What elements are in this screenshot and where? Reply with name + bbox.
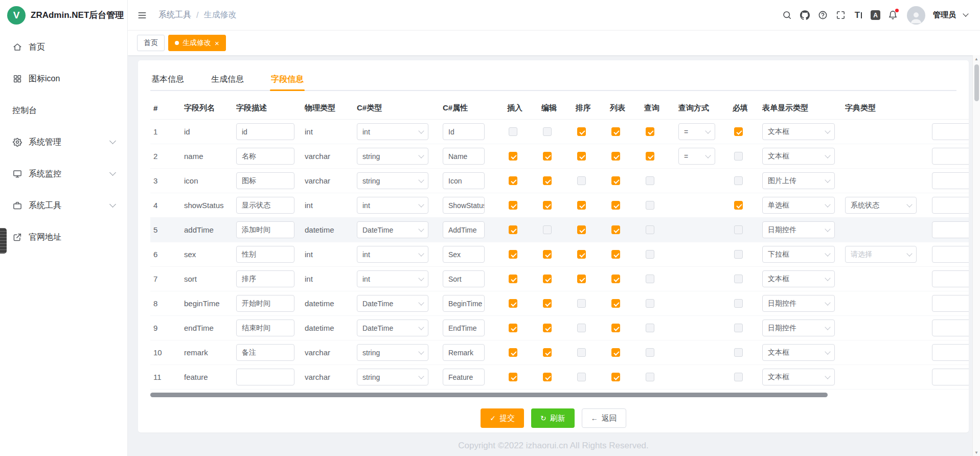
extra-input[interactable] bbox=[932, 246, 969, 263]
display-type-select[interactable]: 日期控件 bbox=[762, 221, 835, 238]
sidebar-item-website[interactable]: 官网地址 bbox=[0, 221, 127, 253]
github-icon[interactable] bbox=[799, 10, 810, 21]
display-type-select[interactable]: 日期控件 bbox=[762, 320, 835, 336]
cs-prop-input[interactable]: EndTime bbox=[443, 320, 485, 336]
tab-generate-info[interactable]: 生成信息 bbox=[210, 71, 245, 90]
insert-checkbox[interactable] bbox=[509, 348, 517, 357]
required-checkbox[interactable] bbox=[734, 299, 743, 308]
display-type-select[interactable]: 文本框 bbox=[762, 148, 835, 165]
field-desc-input[interactable]: 名称 bbox=[236, 148, 294, 165]
display-type-select[interactable]: 文本框 bbox=[762, 369, 835, 385]
insert-checkbox[interactable] bbox=[509, 373, 517, 381]
insert-checkbox[interactable] bbox=[509, 201, 517, 210]
edit-checkbox[interactable] bbox=[543, 250, 552, 259]
field-desc-input[interactable]: 图标 bbox=[236, 172, 294, 189]
list-checkbox[interactable] bbox=[611, 373, 620, 381]
extra-input[interactable] bbox=[932, 123, 969, 140]
display-type-select[interactable]: 文本框 bbox=[762, 344, 835, 361]
required-checkbox[interactable] bbox=[734, 152, 743, 161]
extra-input[interactable] bbox=[932, 148, 969, 165]
back-button[interactable]: ← 返回 bbox=[582, 408, 626, 428]
field-desc-input[interactable]: 添加时间 bbox=[236, 221, 294, 238]
query-checkbox[interactable] bbox=[646, 348, 654, 357]
required-checkbox[interactable] bbox=[734, 275, 743, 283]
list-checkbox[interactable] bbox=[611, 299, 620, 308]
cs-prop-input[interactable]: Remark bbox=[443, 344, 485, 361]
cs-type-select[interactable]: int bbox=[357, 270, 428, 287]
cs-type-select[interactable]: int bbox=[357, 197, 428, 214]
extra-input[interactable] bbox=[932, 221, 969, 238]
list-checkbox[interactable] bbox=[611, 348, 620, 357]
insert-checkbox[interactable] bbox=[509, 152, 517, 161]
edit-checkbox[interactable] bbox=[543, 373, 552, 381]
edit-checkbox[interactable] bbox=[543, 299, 552, 308]
sort-checkbox[interactable] bbox=[577, 127, 586, 136]
cs-prop-input[interactable]: Feature bbox=[443, 369, 485, 385]
cs-type-select[interactable]: string bbox=[357, 172, 428, 189]
breadcrumb-parent[interactable]: 系统工具 bbox=[158, 10, 191, 20]
font-size-icon[interactable]: T bbox=[853, 10, 864, 21]
insert-checkbox[interactable] bbox=[509, 176, 517, 185]
sidebar-collapse-icon[interactable] bbox=[136, 9, 148, 21]
sort-checkbox[interactable] bbox=[577, 152, 586, 161]
help-icon[interactable] bbox=[817, 10, 828, 21]
field-desc-input[interactable]: 备注 bbox=[236, 344, 294, 361]
query-checkbox[interactable] bbox=[646, 152, 654, 161]
sort-checkbox[interactable] bbox=[577, 373, 586, 381]
field-desc-input[interactable] bbox=[236, 369, 294, 385]
cs-type-select[interactable]: string bbox=[357, 344, 428, 361]
insert-checkbox[interactable] bbox=[509, 225, 517, 234]
scroll-up-arrow-icon[interactable] bbox=[973, 55, 980, 62]
vertical-scrollbar[interactable] bbox=[972, 55, 980, 456]
sidebar-item-system-monitor[interactable]: 系统监控 bbox=[0, 158, 127, 190]
extra-input[interactable] bbox=[932, 172, 969, 189]
cs-prop-input[interactable]: Name bbox=[443, 148, 485, 165]
required-checkbox[interactable] bbox=[734, 201, 743, 210]
field-desc-input[interactable]: 排序 bbox=[236, 270, 294, 287]
edit-checkbox[interactable] bbox=[543, 201, 552, 210]
cs-type-select[interactable]: string bbox=[357, 148, 428, 165]
chevron-down-icon[interactable] bbox=[963, 11, 968, 16]
required-checkbox[interactable] bbox=[734, 127, 743, 136]
bell-icon[interactable] bbox=[887, 10, 898, 21]
search-icon[interactable] bbox=[781, 10, 792, 21]
edit-checkbox[interactable] bbox=[543, 324, 552, 332]
query-checkbox[interactable] bbox=[646, 324, 654, 332]
username[interactable]: 管理员 bbox=[933, 10, 956, 20]
cs-type-select[interactable]: DateTime bbox=[357, 221, 428, 238]
extra-input[interactable] bbox=[932, 197, 969, 214]
edit-checkbox[interactable] bbox=[543, 152, 552, 161]
query-checkbox[interactable] bbox=[646, 373, 654, 381]
cs-type-select[interactable]: int bbox=[357, 246, 428, 263]
required-checkbox[interactable] bbox=[734, 176, 743, 185]
extra-input[interactable] bbox=[932, 320, 969, 336]
edit-checkbox[interactable] bbox=[543, 275, 552, 283]
extra-input[interactable] bbox=[932, 295, 969, 312]
query-checkbox[interactable] bbox=[646, 299, 654, 308]
query-checkbox[interactable] bbox=[646, 250, 654, 259]
query-mode-select[interactable]: = bbox=[678, 148, 715, 165]
query-mode-select[interactable]: = bbox=[678, 123, 715, 140]
horizontal-scrollbar[interactable] bbox=[150, 393, 956, 397]
field-desc-input[interactable]: 性别 bbox=[236, 246, 294, 263]
extra-input[interactable] bbox=[932, 270, 969, 287]
scroll-down-arrow-icon[interactable] bbox=[973, 449, 980, 456]
sort-checkbox[interactable] bbox=[577, 176, 586, 185]
display-type-select[interactable]: 图片上传 bbox=[762, 172, 835, 189]
sidebar-item-system-admin[interactable]: 系统管理 bbox=[0, 126, 127, 158]
sort-checkbox[interactable] bbox=[577, 348, 586, 357]
edit-checkbox[interactable] bbox=[543, 127, 552, 136]
cs-prop-input[interactable]: Id bbox=[443, 123, 485, 140]
sort-checkbox[interactable] bbox=[577, 250, 586, 259]
sort-checkbox[interactable] bbox=[577, 275, 586, 283]
edit-checkbox[interactable] bbox=[543, 176, 552, 185]
field-desc-input[interactable]: id bbox=[236, 123, 294, 140]
insert-checkbox[interactable] bbox=[509, 275, 517, 283]
sort-checkbox[interactable] bbox=[577, 201, 586, 210]
submit-button[interactable]: ✓ 提交 bbox=[481, 408, 524, 428]
cs-prop-input[interactable]: BeginTime bbox=[443, 295, 485, 312]
cs-type-select[interactable]: int bbox=[357, 123, 428, 140]
cs-prop-input[interactable]: Sort bbox=[443, 270, 485, 287]
close-icon[interactable]: × bbox=[215, 39, 219, 47]
extra-input[interactable] bbox=[932, 344, 969, 361]
